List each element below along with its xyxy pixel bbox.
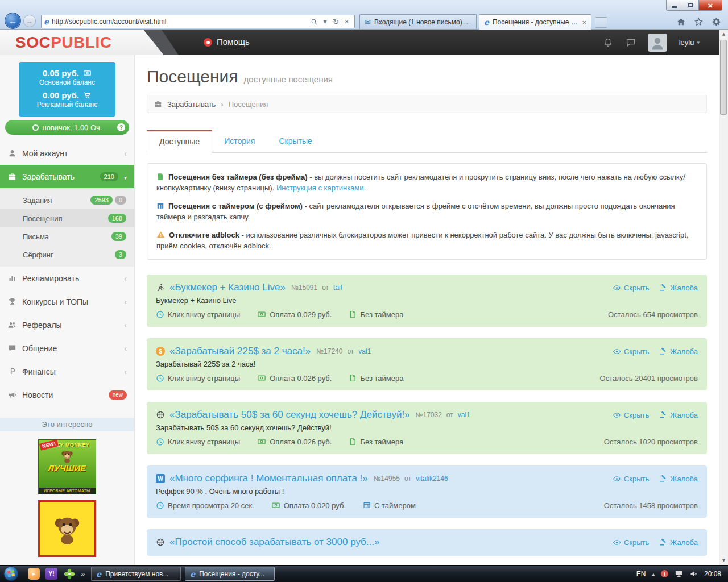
logo-part-soc: SOC <box>15 34 51 51</box>
username-menu[interactable]: leylu <box>679 38 700 47</box>
breadcrumb: Зарабатывать Посещения <box>147 95 707 113</box>
browser-tab-current[interactable]: Посещения - доступные п... <box>479 14 592 30</box>
sidebar-item-tasks[interactable]: Задания 2593 0 <box>0 191 134 209</box>
close-button[interactable] <box>699 0 722 11</box>
hide-link[interactable]: Скрыть <box>613 475 649 483</box>
ad-banner-crazy-monkey[interactable]: NEW! CRAZY MONKEY ЛУЧШИЕ ИГРОВЫЕ АВТОМАТ… <box>38 439 96 494</box>
scrollbar-thumb[interactable] <box>720 40 727 115</box>
network-icon[interactable] <box>675 569 683 578</box>
visit-title-link[interactable]: «Зарабатывай 225$ за 2 часа!» <box>169 346 311 357</box>
report-link[interactable]: Жалоба <box>659 538 698 547</box>
visit-meta: Клик внизу страницы Оплата 0.026 руб. Бе… <box>156 373 698 383</box>
visit-title-link[interactable]: «Много серфинга ! Моментальная оплата !» <box>169 473 368 484</box>
tray-alert-icon[interactable] <box>661 570 668 577</box>
maximize-button[interactable] <box>682 0 699 11</box>
surfing-badge: 3 <box>115 250 126 259</box>
avatar[interactable] <box>648 34 667 52</box>
tasks-badge: 2593 <box>90 196 112 205</box>
report-link[interactable]: Жалоба <box>659 347 698 356</box>
settings-gear-icon[interactable] <box>712 16 721 27</box>
report-link[interactable]: Жалоба <box>659 284 698 292</box>
instruction-link[interactable]: Инструкция с картинками. <box>276 184 366 192</box>
sidebar-item-contests[interactable]: Конкурсы и ТОПы <box>0 290 134 313</box>
sidebar-item-earn[interactable]: Зарабатывать 210 <box>0 165 134 188</box>
messages-chat-icon[interactable] <box>626 38 636 48</box>
ie-icon <box>190 570 195 578</box>
sidebar-item-surfing[interactable]: Сёрфинг 3 <box>0 246 134 264</box>
browser-tab-mail[interactable]: Входящие (1 новое письмо) ... <box>359 14 477 29</box>
page-icon <box>349 374 357 382</box>
visit-item: «Зарабатывать 50$ за 60 секунд хочешь? Д… <box>147 402 707 454</box>
report-link[interactable]: Жалоба <box>659 411 698 419</box>
tray-expand-icon[interactable] <box>652 571 655 577</box>
hide-label: Скрыть <box>624 284 649 292</box>
address-dropdown-icon[interactable] <box>320 18 330 25</box>
site-logo[interactable]: SOCPUBLIC <box>15 35 111 51</box>
hide-link[interactable]: Скрыть <box>613 411 649 419</box>
scrollbar[interactable] <box>719 30 728 565</box>
visit-payment: Оплата 0.029 руб. <box>257 310 332 319</box>
visit-author-link[interactable]: val1 <box>458 411 470 419</box>
scroll-up-button[interactable] <box>719 30 728 39</box>
home-icon[interactable] <box>676 16 686 27</box>
sidebar-item-referrals[interactable]: Рефералы <box>0 313 134 336</box>
visit-title-link[interactable]: «Букмекер + Казино Live» <box>169 282 286 293</box>
ad-balance-label: Рекламный баланс <box>19 101 115 109</box>
forward-button[interactable] <box>23 15 36 27</box>
hide-link[interactable]: Скрыть <box>613 284 649 292</box>
minimize-button[interactable] <box>666 0 682 11</box>
visit-author-link[interactable]: tail <box>333 284 342 292</box>
favorites-star-icon[interactable] <box>694 16 704 27</box>
help-link[interactable]: Помощь <box>204 30 250 55</box>
search-icon[interactable] <box>309 18 320 26</box>
report-link[interactable]: Жалоба <box>659 475 698 483</box>
page-icon <box>349 438 357 446</box>
visit-author-link[interactable]: val1 <box>358 347 371 355</box>
news-badge: new <box>109 390 127 400</box>
ad-banner-monkey[interactable] <box>38 500 96 557</box>
taskbar-window-welcome[interactable]: Приветствуем нов... <box>91 567 181 581</box>
back-button[interactable] <box>5 13 21 29</box>
sidebar-item-news[interactable]: Новости new <box>0 383 134 406</box>
visit-author-link[interactable]: vitalik2146 <box>416 475 448 483</box>
sidebar-item-label: Сёрфинг <box>23 251 115 259</box>
notifications-bell-icon[interactable] <box>603 38 613 48</box>
taskbar-window-visits[interactable]: Посещения - досту... <box>185 567 275 581</box>
pinwheel-app-icon[interactable] <box>63 568 75 580</box>
visit-actions: Скрыть Жалоба <box>613 411 698 419</box>
stop-icon[interactable] <box>341 18 352 26</box>
tab-close-icon[interactable] <box>582 19 586 26</box>
breadcrumb-earn[interactable]: Зарабатывать <box>167 100 216 109</box>
visit-title-link[interactable]: «Зарабатывать 50$ за 60 секунд хочешь? Д… <box>169 409 410 421</box>
url-input[interactable] <box>49 18 309 26</box>
quicklaunch-overflow-icon[interactable] <box>81 569 85 578</box>
hide-link[interactable]: Скрыть <box>613 347 649 356</box>
clock[interactable]: 20:08 <box>704 570 721 578</box>
sidebar-item-visits[interactable]: Посещения 168 <box>0 209 134 227</box>
address-bar[interactable] <box>41 15 355 28</box>
sidebar-item-account[interactable]: Мой аккаунт <box>0 142 134 165</box>
sidebar-item-advertise[interactable]: Рекламировать <box>0 267 134 290</box>
refresh-icon[interactable] <box>330 18 341 26</box>
volume-icon[interactable] <box>689 569 698 578</box>
sidebar-item-finance[interactable]: Финансы <box>0 360 134 383</box>
new-tab-button[interactable] <box>595 17 607 28</box>
tab-available[interactable]: Доступные <box>147 130 212 153</box>
rank-icon <box>32 124 39 131</box>
media-player-icon[interactable] <box>28 568 40 580</box>
sidebar-item-communication[interactable]: Общение <box>0 336 134 360</box>
tab-hidden[interactable]: Скрытые <box>267 130 324 152</box>
warning-icon <box>156 230 165 239</box>
scroll-down-button[interactable] <box>719 556 728 565</box>
sidebar-item-letters[interactable]: Письма 39 <box>0 227 134 246</box>
tab-history[interactable]: История <box>212 130 267 152</box>
eye-icon <box>613 538 621 547</box>
username-label: leylu <box>679 38 694 47</box>
language-indicator[interactable]: EN <box>636 570 646 578</box>
yahoo-icon[interactable] <box>46 568 57 580</box>
visit-title-link[interactable]: «Простой способ зарабатывать от 3000 руб… <box>169 537 379 548</box>
hide-label: Скрыть <box>624 475 649 483</box>
rank-help-icon[interactable] <box>117 123 125 131</box>
start-button[interactable] <box>3 566 19 581</box>
hide-link[interactable]: Скрыть <box>613 538 649 547</box>
